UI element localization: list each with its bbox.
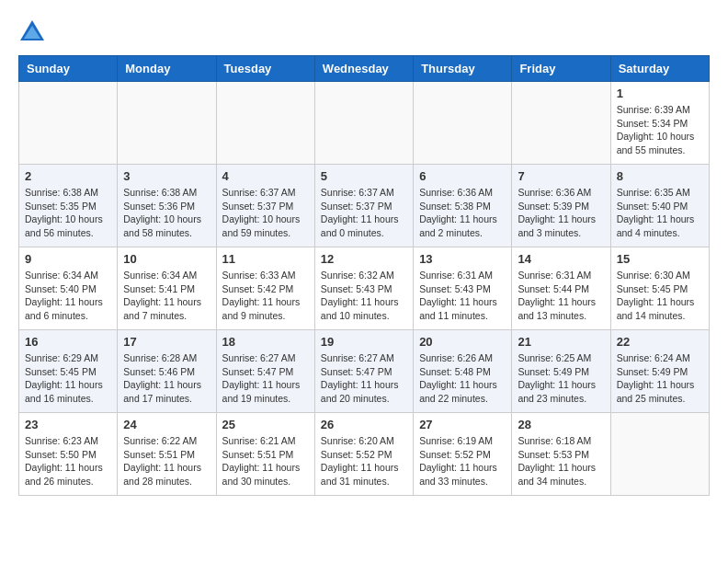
day-info: Sunrise: 6:35 AMSunset: 5:40 PMDaylight:… [617,186,703,240]
calendar-day-cell: 22Sunrise: 6:24 AMSunset: 5:49 PMDayligh… [610,330,709,413]
day-number: 23 [25,418,111,431]
calendar-day-cell: 15Sunrise: 6:30 AMSunset: 5:45 PMDayligh… [610,247,709,330]
day-number: 7 [518,169,604,183]
day-info: Sunrise: 6:34 AMSunset: 5:41 PMDaylight:… [123,269,210,323]
day-info: Sunrise: 6:20 AMSunset: 5:52 PMDaylight:… [321,434,407,488]
calendar-day-cell: 7Sunrise: 6:36 AMSunset: 5:39 PMDaylight… [512,165,610,247]
calendar-day-cell [118,82,216,165]
weekday-header-monday: Monday [118,56,216,82]
day-info: Sunrise: 6:18 AMSunset: 5:53 PMDaylight:… [518,434,604,488]
calendar-day-cell [512,82,610,165]
calendar-day-cell: 13Sunrise: 6:31 AMSunset: 5:43 PMDayligh… [414,247,512,330]
day-info: Sunrise: 6:33 AMSunset: 5:42 PMDaylight:… [222,269,309,323]
day-info: Sunrise: 6:24 AMSunset: 5:49 PMDaylight:… [617,351,703,406]
day-number: 24 [123,418,210,431]
calendar-day-cell: 2Sunrise: 6:38 AMSunset: 5:35 PMDaylight… [19,165,118,247]
day-info: Sunrise: 6:23 AMSunset: 5:50 PMDaylight:… [25,434,111,488]
day-info: Sunrise: 6:19 AMSunset: 5:52 PMDaylight:… [419,434,506,488]
day-number: 16 [25,335,111,349]
day-number: 10 [123,252,210,266]
calendar-day-cell: 4Sunrise: 6:37 AMSunset: 5:37 PMDaylight… [216,165,314,247]
weekday-header-sunday: Sunday [19,56,118,82]
day-number: 28 [518,418,604,431]
calendar-week-row: 23Sunrise: 6:23 AMSunset: 5:50 PMDayligh… [19,413,710,496]
day-info: Sunrise: 6:26 AMSunset: 5:48 PMDaylight:… [419,351,506,406]
calendar-day-cell: 10Sunrise: 6:34 AMSunset: 5:41 PMDayligh… [118,247,216,330]
calendar-week-row: 1Sunrise: 6:39 AMSunset: 5:34 PMDaylight… [19,82,710,165]
day-info: Sunrise: 6:31 AMSunset: 5:43 PMDaylight:… [419,269,506,323]
day-info: Sunrise: 6:37 AMSunset: 5:37 PMDaylight:… [321,186,407,240]
day-info: Sunrise: 6:38 AMSunset: 5:35 PMDaylight:… [25,186,111,240]
weekday-header-row: SundayMondayTuesdayWednesdayThursdayFrid… [19,56,710,82]
day-info: Sunrise: 6:30 AMSunset: 5:45 PMDaylight:… [617,269,703,323]
day-number: 1 [617,86,703,100]
calendar-week-row: 9Sunrise: 6:34 AMSunset: 5:40 PMDaylight… [19,247,710,330]
calendar-day-cell: 21Sunrise: 6:25 AMSunset: 5:49 PMDayligh… [512,330,610,413]
day-info: Sunrise: 6:27 AMSunset: 5:47 PMDaylight:… [222,351,309,406]
day-info: Sunrise: 6:31 AMSunset: 5:44 PMDaylight:… [518,269,604,323]
day-number: 3 [123,169,210,183]
day-info: Sunrise: 6:39 AMSunset: 5:34 PMDaylight:… [617,103,703,157]
day-number: 19 [321,335,407,349]
calendar-day-cell [314,82,413,165]
day-info: Sunrise: 6:38 AMSunset: 5:36 PMDaylight:… [123,186,210,240]
weekday-header-saturday: Saturday [610,56,709,82]
day-number: 6 [419,169,506,183]
calendar-day-cell: 23Sunrise: 6:23 AMSunset: 5:50 PMDayligh… [19,413,118,496]
calendar-table: SundayMondayTuesdayWednesdayThursdayFrid… [18,55,710,496]
calendar-day-cell: 3Sunrise: 6:38 AMSunset: 5:36 PMDaylight… [118,165,216,247]
calendar-day-cell: 25Sunrise: 6:21 AMSunset: 5:51 PMDayligh… [216,413,314,496]
calendar-day-cell: 12Sunrise: 6:32 AMSunset: 5:43 PMDayligh… [314,247,413,330]
calendar-day-cell: 24Sunrise: 6:22 AMSunset: 5:51 PMDayligh… [118,413,216,496]
day-number: 20 [419,335,506,349]
day-number: 13 [419,252,506,266]
day-info: Sunrise: 6:36 AMSunset: 5:39 PMDaylight:… [518,186,604,240]
calendar-day-cell: 17Sunrise: 6:28 AMSunset: 5:46 PMDayligh… [118,330,216,413]
calendar-day-cell [414,82,512,165]
calendar-day-cell: 28Sunrise: 6:18 AMSunset: 5:53 PMDayligh… [512,413,610,496]
calendar-day-cell: 9Sunrise: 6:34 AMSunset: 5:40 PMDaylight… [19,247,118,330]
page-header [18,18,710,46]
day-info: Sunrise: 6:25 AMSunset: 5:49 PMDaylight:… [518,351,604,406]
day-number: 27 [419,418,506,431]
day-number: 12 [321,252,407,266]
weekday-header-friday: Friday [512,56,610,82]
calendar-week-row: 2Sunrise: 6:38 AMSunset: 5:35 PMDaylight… [19,165,710,247]
calendar-day-cell: 16Sunrise: 6:29 AMSunset: 5:45 PMDayligh… [19,330,118,413]
day-number: 9 [25,252,111,266]
day-info: Sunrise: 6:34 AMSunset: 5:40 PMDaylight:… [25,269,111,323]
day-number: 11 [222,252,309,266]
day-number: 21 [518,335,604,349]
calendar-day-cell: 19Sunrise: 6:27 AMSunset: 5:47 PMDayligh… [314,330,413,413]
day-number: 25 [222,418,309,431]
day-info: Sunrise: 6:32 AMSunset: 5:43 PMDaylight:… [321,269,407,323]
day-number: 14 [518,252,604,266]
weekday-header-tuesday: Tuesday [216,56,314,82]
calendar-day-cell: 26Sunrise: 6:20 AMSunset: 5:52 PMDayligh… [314,413,413,496]
logo [18,18,50,46]
weekday-header-wednesday: Wednesday [314,56,413,82]
calendar-day-cell: 8Sunrise: 6:35 AMSunset: 5:40 PMDaylight… [610,165,709,247]
day-info: Sunrise: 6:21 AMSunset: 5:51 PMDaylight:… [222,434,309,488]
calendar-day-cell: 11Sunrise: 6:33 AMSunset: 5:42 PMDayligh… [216,247,314,330]
day-number: 17 [123,335,210,349]
day-number: 4 [222,169,309,183]
logo-icon [18,18,46,46]
day-number: 5 [321,169,407,183]
calendar-week-row: 16Sunrise: 6:29 AMSunset: 5:45 PMDayligh… [19,330,710,413]
calendar-day-cell [610,413,709,496]
day-info: Sunrise: 6:37 AMSunset: 5:37 PMDaylight:… [222,186,309,240]
calendar-day-cell: 14Sunrise: 6:31 AMSunset: 5:44 PMDayligh… [512,247,610,330]
calendar-day-cell: 5Sunrise: 6:37 AMSunset: 5:37 PMDaylight… [314,165,413,247]
calendar-day-cell: 6Sunrise: 6:36 AMSunset: 5:38 PMDaylight… [414,165,512,247]
day-info: Sunrise: 6:29 AMSunset: 5:45 PMDaylight:… [25,351,111,406]
calendar-day-cell [216,82,314,165]
day-number: 8 [617,169,703,183]
day-info: Sunrise: 6:27 AMSunset: 5:47 PMDaylight:… [321,351,407,406]
calendar-day-cell [19,82,118,165]
calendar-day-cell: 18Sunrise: 6:27 AMSunset: 5:47 PMDayligh… [216,330,314,413]
day-number: 18 [222,335,309,349]
day-number: 2 [25,169,111,183]
day-number: 22 [617,335,703,349]
day-number: 26 [321,418,407,431]
